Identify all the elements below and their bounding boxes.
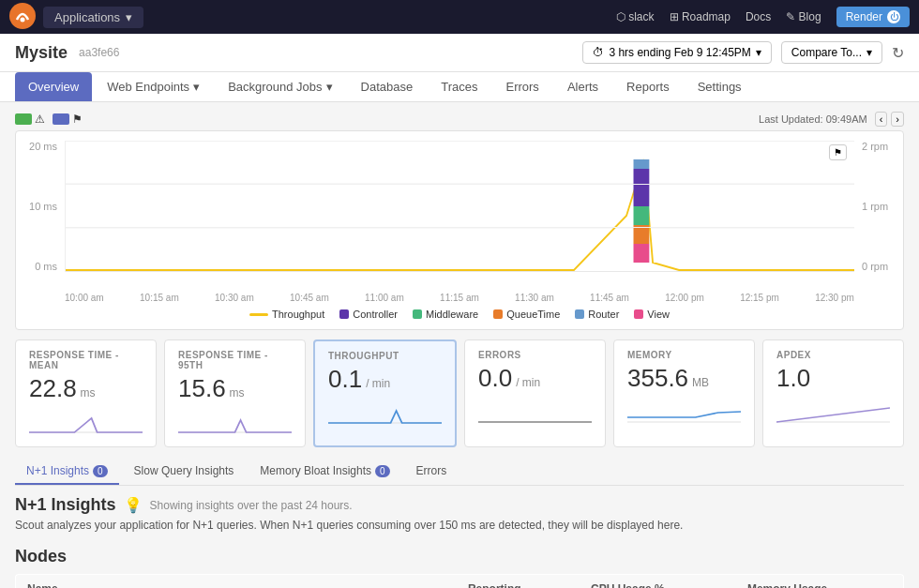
x-label: 11:30 am [515, 293, 554, 303]
insight-tab-memory-bloat-insights[interactable]: Memory Bloat Insights 0 [249, 459, 400, 485]
roadmap-link[interactable]: ⊞ Roadmap [670, 10, 731, 23]
x-label: 11:00 am [365, 293, 404, 303]
metric-unit: ms [230, 386, 245, 400]
x-label: 10:15 am [140, 293, 179, 303]
legend-row: ⚠ ⚑ Last Updated: 09:49AM ‹ › [15, 112, 904, 127]
nav-tab-reports[interactable]: Reports [613, 72, 683, 101]
blog-link[interactable]: ✎ Blog [786, 10, 821, 23]
nav-tab-background-jobs[interactable]: Background Jobs ▾ [215, 72, 345, 101]
chevron-down-icon: ▾ [756, 46, 761, 59]
metric-sparkline [178, 409, 292, 437]
nav-tab-web-endpoints[interactable]: Web Endpoints ▾ [94, 72, 213, 101]
nav-tab-database[interactable]: Database [348, 72, 427, 101]
x-label: 12:30 pm [815, 293, 854, 303]
nav-tab-alerts[interactable]: Alerts [554, 72, 611, 101]
flag-icon: ⚑ [72, 113, 83, 126]
roadmap-icon: ⊞ [670, 10, 679, 23]
site-name: Mysite [15, 43, 68, 63]
compare-button[interactable]: Compare To... ▾ [781, 41, 882, 64]
flag-chart-button[interactable]: ⚑ [829, 144, 847, 160]
metric-unit: MB [692, 376, 709, 389]
x-label: 10:45 am [290, 293, 329, 303]
legend-color [339, 309, 349, 319]
metric-card-throughput: THROUGHPUT 0.1 / min [313, 339, 457, 447]
legend-item-middleware: Middleware [413, 309, 478, 320]
next-arrow-button[interactable]: › [891, 112, 904, 127]
sparkline-svg [478, 399, 592, 427]
legend-label: Controller [353, 309, 398, 320]
metric-value: 15.6 [178, 374, 226, 403]
sparkline-svg [776, 399, 890, 427]
legend-item-view: View [634, 309, 670, 320]
docs-link[interactable]: Docs [746, 10, 771, 23]
nav-arrows: ‹ › [875, 112, 904, 127]
col-cpu: CPU Usage % [580, 575, 736, 589]
sparkline-svg [328, 400, 442, 428]
nodes-table-header: Name Reporting CPU Usage % Memory Usage [16, 575, 904, 589]
nav-tab-overview[interactable]: Overview [15, 72, 92, 101]
time-range-label: 3 hrs ending Feb 9 12:45PM [609, 46, 750, 59]
grid-line-mid [66, 184, 854, 185]
metric-card-apdex: APDEX 1.0 [762, 339, 904, 447]
x-label: 11:45 am [590, 293, 629, 303]
x-label: 12:15 pm [740, 293, 779, 303]
metric-card-memory: MEMORY 355.6 MB [613, 339, 755, 447]
chevron-down-icon: ▾ [866, 46, 872, 59]
status-indicator-blue: ⚑ [53, 113, 83, 126]
time-range-button[interactable]: ⏱ 3 hrs ending Feb 9 12:45PM ▾ [582, 41, 771, 64]
sparkline-svg [627, 399, 741, 427]
applications-button[interactable]: Applications ▾ [43, 7, 143, 28]
metric-label: ERRORS [478, 350, 592, 360]
insights-header: N+1 Insights 💡 Showing insights over the… [15, 495, 904, 515]
insight-tab-slow-query-insights[interactable]: Slow Query Insights [123, 459, 246, 485]
metric-value: 0.1 [328, 365, 362, 394]
metric-label: THROUGHPUT [328, 351, 442, 361]
insights-title: N+1 Insights [15, 495, 116, 515]
metric-value-row: 1.0 [776, 364, 890, 393]
legend-color [493, 309, 503, 319]
insights-tabs: N+1 Insights 0Slow Query Insights Memory… [15, 459, 904, 486]
svg-rect-6 [634, 225, 650, 244]
legend-label: QueueTime [506, 309, 560, 320]
prev-arrow-button[interactable]: ‹ [875, 112, 888, 127]
metric-value-row: 0.1 / min [328, 365, 442, 394]
slack-link[interactable]: ⬡ slack [616, 10, 655, 23]
nav-tab-traces[interactable]: Traces [428, 72, 490, 101]
refresh-button[interactable]: ↻ [892, 44, 904, 62]
legend-color [575, 309, 584, 319]
nodes-section: Nodes Name Reporting CPU Usage % Memory … [15, 547, 904, 588]
insight-badge: 0 [93, 465, 108, 477]
chart-svg [66, 141, 854, 272]
logo [9, 3, 36, 32]
grid-line-top [66, 141, 854, 142]
metric-card-errors: ERRORS 0.0 / min [464, 339, 606, 447]
chart-inner: ⚑ [65, 141, 854, 272]
legend-item-controller: Controller [339, 309, 398, 320]
metric-unit: / min [516, 376, 540, 389]
metric-value: 355.6 [627, 364, 688, 393]
x-label: 10:00 am [65, 293, 104, 303]
x-axis-labels: 10:00 am10:15 am10:30 am10:45 am11:00 am… [65, 293, 854, 303]
applications-label: Applications [54, 10, 120, 24]
chevron-down-icon: ▾ [326, 80, 333, 94]
legend-color [413, 309, 422, 319]
svg-rect-10 [634, 244, 650, 263]
col-name: Name [16, 575, 457, 589]
insights-description: Scout analyzes your application for N+1 … [15, 519, 904, 532]
metric-label: APDEX [776, 350, 890, 360]
legend-indicators: ⚠ ⚑ [15, 113, 83, 126]
legend-color [634, 309, 643, 319]
top-navigation: Applications ▾ ⬡ slack ⊞ Roadmap Docs ✎ … [0, 0, 919, 34]
chart-area: 20 ms 10 ms 0 ms 2 rpm 1 rpm 0 rpm ⚑ [15, 130, 904, 330]
last-updated: Last Updated: 09:49AM [759, 113, 867, 125]
col-reporting: Reporting [457, 575, 580, 589]
nav-tab-errors[interactable]: Errors [492, 72, 551, 101]
render-button[interactable]: Render ⏻ [836, 7, 910, 27]
nodes-title: Nodes [15, 547, 904, 566]
insight-tab-errors[interactable]: Errors [405, 459, 459, 485]
chart-legend: ThroughputControllerMiddlewareQueueTimeR… [25, 309, 894, 320]
nav-tab-settings[interactable]: Settings [685, 72, 755, 101]
sparkline-svg [29, 409, 143, 437]
insight-tab-n+1-insights[interactable]: N+1 Insights 0 [15, 459, 119, 485]
lightbulb-icon: 💡 [124, 496, 143, 514]
